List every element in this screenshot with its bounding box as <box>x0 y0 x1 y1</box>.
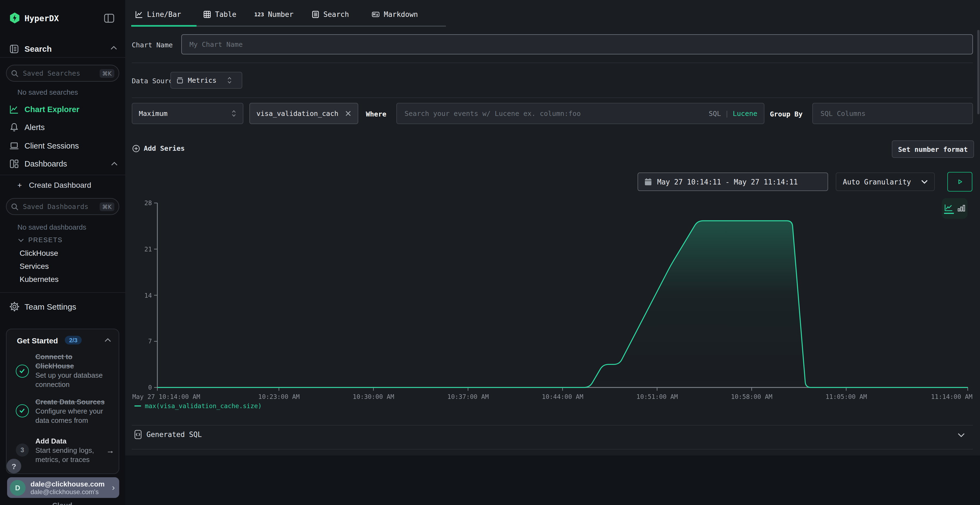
get-started-title: Get Started <box>17 336 58 345</box>
close-icon[interactable] <box>345 110 351 116</box>
chevron-down-icon[interactable] <box>958 433 965 438</box>
laptop-icon <box>9 141 19 151</box>
tab-active-indicator <box>131 25 197 27</box>
line-chart-toggle-icon[interactable] <box>944 203 954 214</box>
metric-tag[interactable]: visa_validation_cach <box>249 103 358 124</box>
page-bottom-area <box>125 456 980 505</box>
kbd-shortcut: ⌘K <box>99 202 115 211</box>
chevron-up-icon[interactable] <box>105 338 111 342</box>
lucene-option[interactable]: Lucene <box>733 110 757 118</box>
sidebar-divider <box>0 175 125 175</box>
sidebar: HyperDX Search ⌘K No saved searches Char… <box>0 0 126 505</box>
data-source-select[interactable]: Metrics <box>170 72 242 89</box>
date-range-picker[interactable]: May 27 10:14:11 - May 27 11:14:11 <box>638 173 828 191</box>
chevron-down-icon <box>921 179 928 184</box>
sql-option[interactable]: SQL <box>709 110 721 118</box>
get-started-step[interactable]: Add Data Start sending logs, metrics, or… <box>35 437 94 464</box>
number-123-icon: 123 <box>254 11 264 17</box>
group-by-input[interactable] <box>812 103 973 124</box>
bell-icon <box>9 122 19 132</box>
saved-dashboards-field[interactable] <box>22 202 99 211</box>
tab-search[interactable]: Search <box>312 6 349 22</box>
sidebar-section-search[interactable]: Search <box>24 44 52 53</box>
preset-kubernetes[interactable]: Kubernetes <box>20 275 59 284</box>
search-section-icon <box>9 44 19 54</box>
saved-searches-input[interactable]: ⌘K <box>6 65 119 82</box>
brand-title: HyperDX <box>24 14 59 24</box>
generated-sql-toggle[interactable]: Generated SQL <box>134 430 202 439</box>
chart-name-label: Chart Name <box>132 41 173 49</box>
chart-name-input[interactable] <box>181 34 973 54</box>
where-label: Where <box>366 110 386 118</box>
check-circle-icon <box>16 404 29 418</box>
select-updown-icon <box>227 77 232 84</box>
preset-services[interactable]: Services <box>20 262 49 270</box>
plus-circle-icon <box>132 145 140 152</box>
chevron-right-icon: › <box>112 483 115 492</box>
preset-clickhouse[interactable]: ClickHouse <box>20 249 58 257</box>
chart-type-toggle <box>942 198 967 219</box>
separator: | <box>725 110 729 118</box>
query-language-toggle[interactable]: SQL | Lucene <box>709 110 757 118</box>
create-dashboard-button[interactable]: + Create Dashboard <box>18 181 91 189</box>
user-org: dale@clickhouse.com's <box>30 488 105 495</box>
sidebar-item-label: Team Settings <box>24 302 76 311</box>
clipped-bottom-text: Cloud <box>52 501 72 505</box>
sidebar-item-team-settings[interactable]: Team Settings <box>0 298 125 315</box>
arrow-right-icon[interactable]: → <box>106 446 115 455</box>
help-button[interactable]: ? <box>6 459 21 473</box>
tab-number[interactable]: 123 Number <box>254 6 293 22</box>
run-query-button[interactable] <box>947 172 972 192</box>
step-number-circle: 3 <box>16 443 29 457</box>
no-saved-searches-note: No saved searches <box>18 88 78 96</box>
set-number-format-button[interactable]: Set number format <box>892 140 974 158</box>
presets-toggle[interactable]: PRESETS <box>18 236 63 244</box>
sidebar-item-label: Dashboards <box>24 159 67 168</box>
line-chart-icon <box>135 10 143 18</box>
chevron-down-icon <box>18 238 24 242</box>
tab-table[interactable]: Table <box>203 6 236 22</box>
divider <box>132 97 973 98</box>
group-by-field[interactable] <box>819 109 966 118</box>
app-root: HyperDX Search ⌘K No saved searches Char… <box>0 0 980 505</box>
progress-badge: 2/3 <box>65 336 82 345</box>
sidebar-divider <box>0 57 125 58</box>
search-icon <box>11 69 19 77</box>
presets-label: PRESETS <box>28 236 63 244</box>
main-content: Line/Bar Table 123 Number Search Markdow… <box>125 0 980 505</box>
markdown-icon <box>371 10 380 18</box>
tab-markdown[interactable]: Markdown <box>371 6 418 22</box>
granularity-select[interactable]: Auto Granularity <box>836 173 935 191</box>
collapse-sidebar-icon[interactable] <box>103 13 115 24</box>
sidebar-item-dashboards[interactable]: Dashboards <box>0 155 125 173</box>
table-icon <box>203 10 211 18</box>
sidebar-item-chart-explorer[interactable]: Chart Explorer <box>0 101 125 118</box>
sidebar-item-label: Chart Explorer <box>24 105 79 114</box>
get-started-step[interactable]: Connect to ClickHouse Set up your databa… <box>35 352 103 389</box>
plus-icon: + <box>18 181 22 189</box>
scrollbar-thumb[interactable] <box>977 30 980 114</box>
chevron-up-icon <box>111 162 118 166</box>
dashboards-icon <box>9 159 19 169</box>
where-input[interactable]: SQL | Lucene <box>396 103 764 124</box>
saved-dashboards-input[interactable]: ⌘K <box>6 198 119 215</box>
divider <box>132 63 973 63</box>
group-by-label: Group By <box>770 110 802 118</box>
sidebar-item-client-sessions[interactable]: Client Sessions <box>0 137 125 154</box>
chevron-up-icon[interactable] <box>111 46 117 50</box>
where-field[interactable] <box>403 109 704 118</box>
bar-chart-toggle-icon[interactable] <box>957 204 966 213</box>
chart-legend: max(visa_validation_cache.size) <box>134 402 262 410</box>
gear-icon <box>9 302 19 311</box>
sidebar-item-alerts[interactable]: Alerts <box>0 119 125 136</box>
user-account-chip[interactable]: D dale@clickhouse.com dale@clickhouse.co… <box>7 477 119 498</box>
get-started-step[interactable]: Create Data Sources Configure where your… <box>35 397 105 425</box>
tab-line-bar[interactable]: Line/Bar <box>135 6 181 22</box>
chart-name-field[interactable] <box>188 40 966 49</box>
user-email: dale@clickhouse.com <box>30 480 105 488</box>
add-series-button[interactable]: Add Series <box>132 144 185 152</box>
legend-series-name: max(visa_validation_cache.size) <box>145 402 262 410</box>
aggregation-select[interactable]: Maximum <box>132 103 243 124</box>
saved-searches-field[interactable] <box>22 68 99 78</box>
hyperdx-logo-icon <box>9 13 20 24</box>
